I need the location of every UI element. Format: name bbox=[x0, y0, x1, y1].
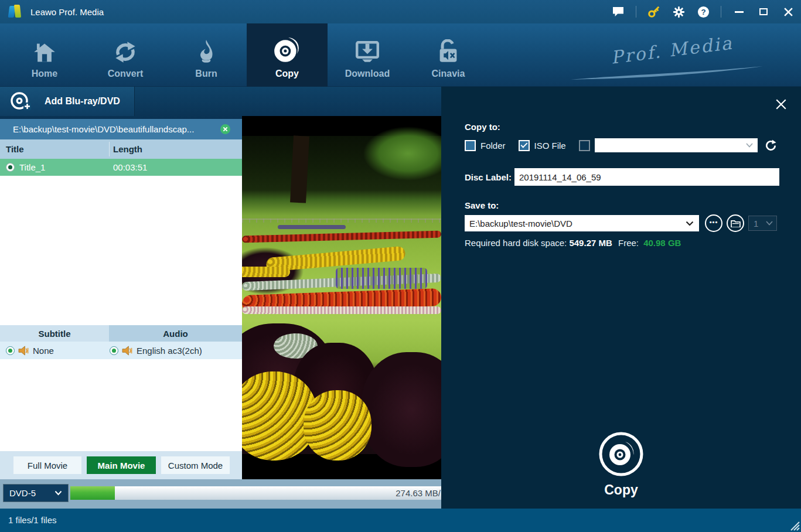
brand-script: Prof. Media bbox=[575, 40, 769, 81]
source-path-bar: E:\backup\test-movie\DVD\beautifullandsc… bbox=[0, 119, 242, 139]
garden-layer bbox=[278, 225, 346, 229]
garden-layer bbox=[304, 390, 371, 460]
browse-folder-button[interactable] bbox=[727, 214, 744, 232]
save-to-label: Save to: bbox=[465, 200, 499, 210]
burner-device-select[interactable] bbox=[595, 138, 758, 152]
video-preview-frame bbox=[242, 116, 441, 479]
garden-layer bbox=[242, 306, 441, 314]
garden-layer bbox=[363, 127, 441, 180]
length-column-header: Length bbox=[113, 144, 142, 154]
audio-column-header: Audio bbox=[109, 325, 242, 342]
subtitle-option-label: None bbox=[33, 346, 54, 356]
disk-space-info: Required hard disk space: 549.27 MB Free… bbox=[465, 238, 681, 248]
svg-text:?: ? bbox=[701, 8, 705, 16]
title-radio-selected[interactable] bbox=[6, 163, 15, 172]
feedback-chat-icon[interactable] bbox=[611, 4, 625, 19]
copies-count-select[interactable]: 1 bbox=[748, 216, 777, 231]
capacity-bar: DVD-5 274.63 MB/ bbox=[0, 479, 441, 509]
speaker-icon bbox=[18, 346, 29, 356]
copy-settings-panel: Copy to: Folder ISO File Disc Label: Sav… bbox=[441, 87, 801, 509]
remove-source-button[interactable] bbox=[220, 124, 230, 134]
audio-option-label: English ac3(2ch) bbox=[137, 346, 202, 356]
disc-label-label: Disc Label: bbox=[465, 172, 512, 182]
garden-layer bbox=[242, 219, 441, 223]
custom-mode-button[interactable]: Custom Mode bbox=[161, 456, 230, 474]
refresh-devices-button[interactable] bbox=[765, 139, 777, 152]
help-icon[interactable]: ? bbox=[696, 4, 710, 19]
tab-download[interactable]: Download bbox=[327, 23, 408, 87]
full-movie-button[interactable]: Full Movie bbox=[13, 456, 81, 474]
tab-cinavia[interactable]: Cinavia bbox=[408, 23, 489, 87]
tracks-table-header: Subtitle Audio bbox=[0, 325, 242, 342]
source-panel: E:\backup\test-movie\DVD\beautifullandsc… bbox=[0, 119, 242, 479]
panel-close-icon[interactable] bbox=[775, 98, 788, 111]
tab-home[interactable]: Home bbox=[4, 23, 85, 87]
download-icon bbox=[355, 31, 380, 64]
title-name: Title_1 bbox=[19, 162, 45, 172]
garden-layer bbox=[290, 135, 309, 203]
copy-target-row: Folder ISO File bbox=[465, 138, 777, 152]
copy-to-label: Copy to: bbox=[465, 122, 500, 132]
garden-layer bbox=[242, 267, 290, 277]
window-title: Leawo Prof. Media bbox=[30, 7, 104, 17]
copy-disc-large-icon bbox=[598, 431, 644, 477]
title-row[interactable]: Title_1 00:03:51 bbox=[0, 159, 242, 176]
toolbar: Add Blu-ray/DVD bbox=[0, 87, 441, 119]
convert-icon bbox=[113, 31, 138, 64]
column-divider bbox=[109, 142, 110, 156]
tab-convert[interactable]: Convert bbox=[85, 23, 166, 87]
garden-layer bbox=[336, 268, 427, 289]
app-window: Leawo Prof. Media bbox=[0, 0, 801, 532]
settings-gear-icon[interactable] bbox=[672, 4, 686, 19]
subtitle-radio[interactable] bbox=[6, 346, 15, 355]
close-button[interactable] bbox=[781, 4, 795, 19]
capacity-progress: 274.63 MB/ bbox=[70, 486, 441, 500]
speaker-icon bbox=[122, 346, 133, 356]
add-disc-icon bbox=[9, 91, 33, 112]
subtitle-column-header: Subtitle bbox=[0, 325, 109, 342]
title-length: 00:03:51 bbox=[113, 162, 147, 172]
chevron-down-icon bbox=[54, 490, 62, 496]
garden-layer bbox=[242, 230, 441, 243]
title-table-header: Title Length bbox=[0, 139, 242, 159]
main-nav: Home Convert Burn bbox=[0, 23, 801, 87]
chevron-down-icon bbox=[746, 143, 753, 148]
leawo-logo-icon bbox=[8, 5, 23, 19]
titlebar: Leawo Prof. Media bbox=[0, 0, 801, 23]
save-path-select[interactable]: E:\backup\test-movie\DVD bbox=[465, 215, 699, 231]
folder-checkbox-label: Folder bbox=[480, 141, 506, 151]
chevron-down-icon bbox=[686, 221, 694, 226]
video-preview-image bbox=[242, 136, 441, 454]
required-space-value: 549.27 MB bbox=[569, 238, 612, 248]
save-path-value: E:\backup\test-movie\DVD bbox=[469, 219, 572, 229]
disc-type-select[interactable]: DVD-5 bbox=[3, 484, 69, 502]
tab-copy[interactable]: Copy bbox=[247, 23, 328, 87]
disc-label-input[interactable] bbox=[514, 168, 779, 186]
capacity-progress-fill bbox=[70, 486, 115, 500]
iso-file-checkbox[interactable] bbox=[519, 140, 530, 151]
tab-burn[interactable]: Burn bbox=[166, 23, 247, 87]
free-space-label: Free: bbox=[618, 238, 639, 248]
copy-disc-icon bbox=[272, 31, 302, 64]
main-movie-button[interactable]: Main Movie bbox=[87, 456, 156, 474]
chevron-down-icon bbox=[766, 221, 773, 226]
capacity-text: 274.63 MB/ bbox=[396, 486, 441, 500]
copies-count-value: 1 bbox=[754, 219, 758, 229]
open-folder-icon bbox=[731, 220, 741, 227]
folder-checkbox[interactable] bbox=[465, 140, 476, 151]
copy-action-button[interactable]: Copy bbox=[441, 431, 801, 507]
more-options-button[interactable]: ••• bbox=[705, 214, 722, 232]
title-column-header: Title bbox=[6, 144, 108, 154]
disc-burner-checkbox[interactable] bbox=[579, 140, 590, 151]
minimize-button[interactable] bbox=[732, 4, 746, 19]
titlebar-separator bbox=[636, 6, 636, 18]
brand-swoosh bbox=[570, 66, 769, 81]
tracks-row: None English ac3(2ch) bbox=[0, 342, 242, 359]
add-bluray-dvd-button[interactable]: Add Blu-ray/DVD bbox=[0, 87, 135, 116]
required-space-label: Required hard disk space: bbox=[465, 238, 567, 248]
register-key-icon[interactable] bbox=[647, 4, 661, 19]
resize-grip[interactable] bbox=[788, 519, 800, 531]
audio-radio[interactable] bbox=[110, 346, 118, 355]
maximize-button[interactable] bbox=[756, 4, 771, 19]
source-path: E:\backup\test-movie\DVD\beautifullandsc… bbox=[13, 124, 206, 134]
